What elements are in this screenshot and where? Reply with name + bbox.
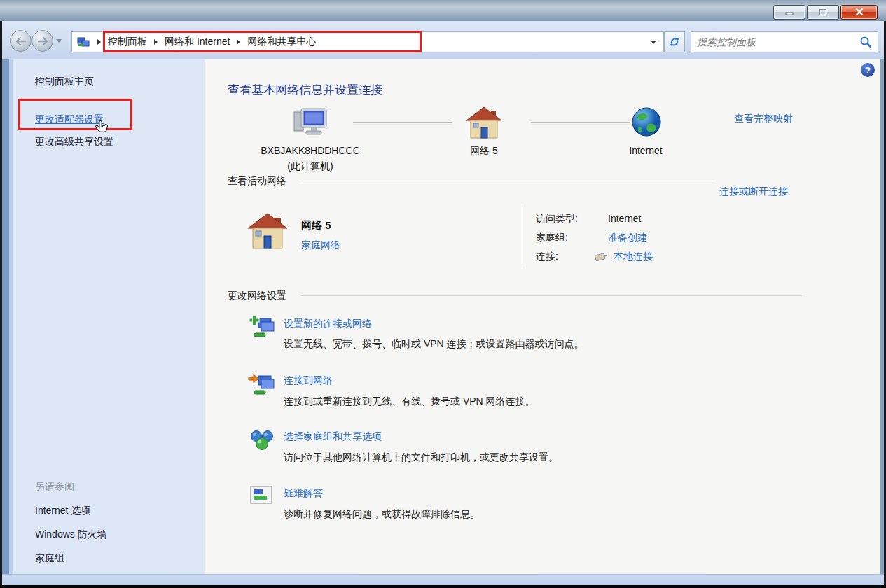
- help-icon[interactable]: ?: [861, 63, 875, 77]
- minimize-button[interactable]: [773, 5, 805, 20]
- close-button[interactable]: [840, 5, 878, 20]
- window-border-left: [2, 59, 9, 574]
- minimize-icon: [785, 9, 794, 15]
- back-arrow-icon: [15, 37, 27, 46]
- change-settings-section-label: 更改网络设置: [228, 290, 286, 302]
- highlight-box-adapter-settings: [18, 99, 132, 130]
- sidebar-item-internet-options[interactable]: Internet 选项: [35, 505, 90, 517]
- ethernet-icon: [593, 250, 609, 263]
- local-connection-link[interactable]: 本地连接: [614, 251, 653, 263]
- details-divider: [522, 205, 522, 268]
- section-rule: [301, 181, 714, 181]
- page-title: 查看基本网络信息并设置连接: [228, 82, 382, 98]
- breadcrumb-arrow-icon: [97, 39, 101, 45]
- help-glyph: ?: [865, 65, 871, 76]
- refresh-button[interactable]: [664, 31, 685, 52]
- maximize-icon: [819, 8, 827, 16]
- map-connection-line: [353, 122, 452, 125]
- main-content: 查看基本网络信息并设置连接 ? BXBJAKK8HDDHCCC (此计算机) 网…: [205, 59, 880, 574]
- homegroup-label: 家庭组:: [536, 232, 568, 244]
- computer-icon[interactable]: [292, 107, 330, 139]
- connect-to-network-link[interactable]: 连接到网络: [284, 374, 333, 387]
- computer-sub-label: (此计算机): [247, 160, 373, 173]
- sidebar-item-homegroup[interactable]: 家庭组: [35, 552, 64, 565]
- connect-disconnect-link[interactable]: 连接或断开连接: [719, 186, 788, 198]
- house-icon[interactable]: [465, 106, 503, 139]
- title-bar: [0, 0, 886, 21]
- house-icon: [247, 212, 289, 250]
- search-icon[interactable]: [859, 36, 872, 48]
- sidebar: 控制面板主页 更改适配器设置 更改高级共享设置 另请参阅 Internet 选项…: [13, 59, 205, 574]
- recent-pages-dropdown[interactable]: [56, 39, 62, 43]
- back-button[interactable]: [10, 30, 32, 52]
- network-type-link[interactable]: 家庭网络: [301, 239, 340, 252]
- access-type-value: Internet: [608, 213, 641, 224]
- troubleshoot-icon: [250, 486, 274, 507]
- search-box[interactable]: [691, 31, 878, 52]
- map-connection-line: [531, 122, 630, 125]
- homegroup-ready-link[interactable]: 准备创建: [608, 232, 647, 244]
- window-border-bottom-outer: [0, 585, 886, 588]
- globe-icon[interactable]: [630, 106, 663, 138]
- sidebar-item-windows-firewall[interactable]: Windows 防火墙: [35, 528, 107, 541]
- homegroup-icon: [249, 427, 275, 454]
- connect-network-icon: [247, 371, 275, 398]
- maximize-button[interactable]: [807, 5, 839, 20]
- chevron-down-icon: [56, 39, 62, 43]
- search-input[interactable]: [697, 36, 859, 48]
- forward-button[interactable]: [32, 30, 53, 52]
- setup-new-connection-link[interactable]: 设置新的连接或网络: [284, 318, 372, 330]
- view-full-map-link[interactable]: 查看完整映射: [734, 113, 793, 125]
- forward-arrow-icon: [37, 37, 48, 46]
- computer-name-label: BXBJAKK8HDDHCCC: [247, 145, 373, 156]
- section-rule: [301, 295, 802, 296]
- active-network-name: 网络 5: [301, 219, 331, 232]
- choose-homegroup-options-link[interactable]: 选择家庭组和共享选项: [284, 430, 382, 443]
- map-network-label: 网络 5: [445, 145, 522, 158]
- choose-homegroup-options-desc: 访问位于其他网络计算机上的文件和打印机，或更改共享设置。: [284, 451, 558, 464]
- connection-label: 连接:: [536, 251, 558, 263]
- network-location-icon: [77, 36, 91, 48]
- hand-cursor-icon: [94, 120, 111, 138]
- troubleshoot-problems-link[interactable]: 疑难解答: [284, 487, 323, 500]
- chevron-down-icon: [651, 41, 656, 44]
- map-internet-label: Internet: [611, 145, 681, 156]
- connect-to-network-desc: 连接到或重新连接到无线、有线、拨号或 VPN 网络连接。: [284, 396, 535, 408]
- window-border-bottom: [2, 574, 884, 585]
- sidebar-item-control-panel-home[interactable]: 控制面板主页: [35, 76, 94, 88]
- access-type-label: 访问类型:: [536, 213, 578, 225]
- address-dropdown-button[interactable]: [651, 41, 656, 44]
- active-networks-section-label: 查看活动网络: [228, 175, 286, 188]
- refresh-icon: [669, 36, 680, 48]
- highlight-box-breadcrumb: [103, 31, 422, 52]
- setup-new-connection-desc: 设置无线、宽带、拨号、临时或 VPN 连接；或设置路由器或访问点。: [284, 338, 584, 351]
- new-connection-icon: [247, 314, 275, 340]
- close-icon: [855, 8, 864, 16]
- see-also-label: 另请参阅: [35, 481, 74, 493]
- troubleshoot-problems-desc: 诊断并修复网络问题，或获得故障排除信息。: [284, 508, 480, 521]
